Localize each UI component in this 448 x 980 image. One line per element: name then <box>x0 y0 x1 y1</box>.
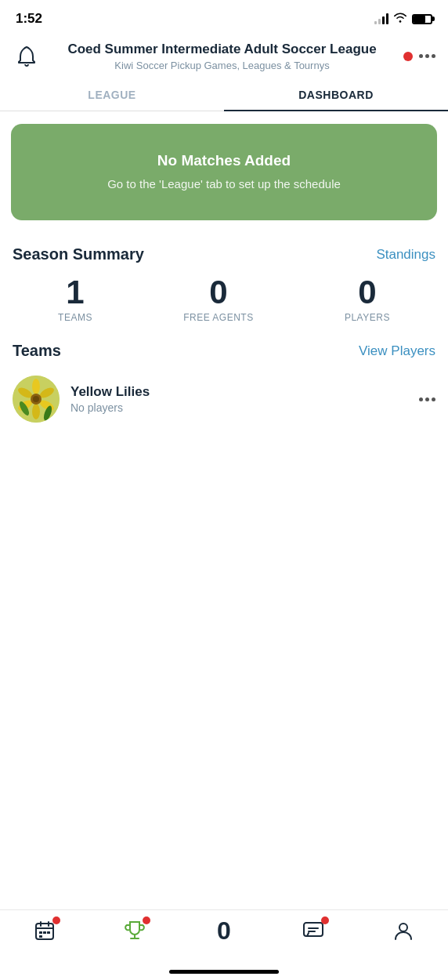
status-icons <box>374 12 432 26</box>
free-agents-count: 0 <box>183 276 254 309</box>
tab-dashboard[interactable]: DASHBOARD <box>224 81 448 111</box>
league-subtitle: Kiwi Soccer Pickup Games, Leagues & Tour… <box>41 60 403 71</box>
signal-icon <box>374 13 388 24</box>
team-more-options[interactable] <box>419 397 435 401</box>
score-icon: 0 <box>217 918 231 943</box>
players-count: 0 <box>345 276 390 309</box>
season-summary-title: Season Summary <box>13 245 144 263</box>
trophy-badge <box>143 916 150 924</box>
status-time: 1:52 <box>16 11 42 27</box>
more-options-icon[interactable] <box>419 54 435 58</box>
nav-score[interactable]: 0 <box>179 918 269 943</box>
teams-title: Teams <box>13 342 61 360</box>
team-avatar <box>13 376 60 423</box>
svg-rect-18 <box>39 935 42 938</box>
no-matches-banner: No Matches Added Go to the 'League' tab … <box>11 124 437 220</box>
header-right <box>403 52 435 61</box>
svg-rect-17 <box>47 931 50 934</box>
svg-rect-16 <box>43 931 46 934</box>
home-indicator <box>169 970 279 974</box>
header: Coed Summer Intermediate Adult Soccer Le… <box>0 34 448 81</box>
no-matches-subtitle: Go to the 'League' tab to set up the sch… <box>30 176 418 192</box>
team-info: Yellow Lilies No players <box>70 384 408 414</box>
calendar-badge <box>52 916 60 924</box>
standings-link[interactable]: Standings <box>376 247 435 263</box>
stats-row: 1 TEAMS 0 FREE AGENTS 0 PLAYERS <box>0 270 448 336</box>
teams-header: Teams View Players <box>0 336 448 369</box>
bottom-nav: 0 <box>0 909 448 980</box>
svg-point-24 <box>399 924 407 931</box>
tab-bar: LEAGUE DASHBOARD <box>0 81 448 111</box>
team-row: Yellow Lilies No players <box>0 369 448 435</box>
header-center: Coed Summer Intermediate Adult Soccer Le… <box>41 41 403 71</box>
stat-teams: 1 TEAMS <box>58 276 92 323</box>
no-matches-title: No Matches Added <box>30 152 418 169</box>
players-label: PLAYERS <box>345 312 390 323</box>
team-players-count: No players <box>70 401 408 414</box>
team-name: Yellow Lilies <box>70 384 408 400</box>
teams-label: TEAMS <box>58 312 92 323</box>
calendar-icon <box>31 918 59 943</box>
svg-rect-21 <box>304 923 323 936</box>
view-players-link[interactable]: View Players <box>359 343 435 359</box>
season-summary-header: Season Summary Standings <box>0 233 448 270</box>
profile-icon <box>389 918 417 943</box>
teams-count: 1 <box>58 276 92 309</box>
stat-free-agents: 0 FREE AGENTS <box>183 276 254 323</box>
nav-trophy[interactable] <box>89 918 179 943</box>
tab-league[interactable]: LEAGUE <box>0 81 224 111</box>
stat-players: 0 PLAYERS <box>345 276 390 323</box>
notification-dot <box>403 52 413 61</box>
nav-chat[interactable] <box>269 918 358 943</box>
status-bar: 1:52 <box>0 0 448 34</box>
svg-rect-15 <box>39 931 42 934</box>
svg-point-1 <box>32 379 40 394</box>
nav-calendar[interactable] <box>0 918 89 943</box>
trophy-icon <box>121 918 149 943</box>
svg-point-8 <box>33 396 39 402</box>
bell-icon[interactable] <box>13 42 41 71</box>
battery-icon <box>412 14 432 24</box>
free-agents-label: FREE AGENTS <box>183 312 254 323</box>
chat-icon <box>299 918 327 943</box>
score-value: 0 <box>217 918 231 943</box>
league-title: Coed Summer Intermediate Adult Soccer Le… <box>41 41 403 58</box>
svg-point-4 <box>32 404 40 419</box>
nav-profile[interactable] <box>359 918 448 943</box>
wifi-icon <box>393 12 407 26</box>
chat-badge <box>321 916 329 924</box>
